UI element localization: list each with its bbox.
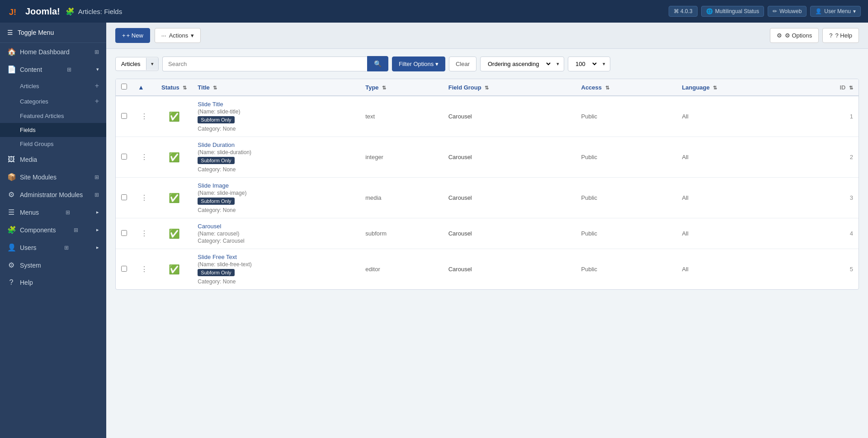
actions-button[interactable]: ··· Actions ▾: [155, 28, 201, 43]
row-access-cell: Public: [576, 96, 677, 137]
grid-icon-site-modules: ⊞: [94, 174, 99, 180]
th-type[interactable]: Type ⇅: [360, 79, 443, 96]
row-field-group-cell: Carousel: [443, 218, 576, 249]
search-input[interactable]: [162, 57, 367, 71]
fg-sort-icon: ⇅: [485, 85, 489, 90]
th-id[interactable]: ID ⇅: [796, 79, 859, 96]
sidebar-item-featured-articles[interactable]: Featured Articles: [0, 109, 106, 123]
sidebar-item-fields[interactable]: Fields: [0, 123, 106, 137]
row-status-cell[interactable]: ✅: [156, 178, 192, 218]
row-checkbox[interactable]: [121, 266, 127, 272]
multilingual-status-btn[interactable]: 🌐 Multilingual Status: [701, 6, 764, 17]
row-type-value: subform: [365, 230, 387, 237]
sidebar-item-field-groups[interactable]: Field Groups: [0, 137, 106, 151]
row-name-meta: (Name: slide-duration): [198, 149, 354, 155]
help-button[interactable]: ? ? Help: [822, 28, 859, 43]
row-id-cell: 4: [796, 218, 859, 249]
row-status-cell[interactable]: ✅: [156, 249, 192, 290]
user-menu-btn[interactable]: 👤 User Menu ▾: [810, 6, 861, 17]
row-checkbox-cell[interactable]: [116, 96, 132, 137]
status-sort-icon: ⇅: [183, 85, 187, 90]
row-status-cell[interactable]: ✅: [156, 137, 192, 178]
row-checkbox[interactable]: [121, 113, 127, 119]
select-all-checkbox[interactable]: [121, 84, 127, 89]
row-type-value: media: [365, 194, 381, 201]
sidebar-item-components[interactable]: 🧩 Components ⊞ ▸: [0, 221, 106, 239]
row-title-link[interactable]: Carousel: [198, 223, 221, 230]
row-checkbox[interactable]: [121, 230, 127, 236]
new-button[interactable]: + + New: [115, 28, 150, 43]
filter-options-button[interactable]: Filter Options ▾: [392, 57, 445, 71]
row-actions-btn[interactable]: ⋮: [138, 110, 151, 122]
sidebar-item-articles[interactable]: Articles +: [0, 78, 106, 94]
sidebar-item-categories[interactable]: Categories +: [0, 94, 106, 109]
context-select[interactable]: Articles: [116, 57, 146, 71]
count-dropdown[interactable]: 100: [568, 57, 598, 71]
th-title[interactable]: Title ⇅: [192, 79, 360, 96]
context-filter[interactable]: Articles ▾: [115, 57, 159, 71]
sidebar-item-menus[interactable]: ☰ Menus ⊞ ▸: [0, 203, 106, 221]
row-field-group-cell: Carousel: [443, 249, 576, 290]
sidebar-item-content[interactable]: 📄 Content ⊞ ▾: [0, 61, 106, 78]
th-language[interactable]: Language ⇅: [676, 79, 796, 96]
row-checkbox-cell[interactable]: [116, 249, 132, 290]
row-actions-btn[interactable]: ⋮: [138, 151, 151, 163]
row-checkbox-cell[interactable]: [116, 137, 132, 178]
subform-badge: Subform Only: [198, 198, 234, 205]
row-order-cell: ⋮: [132, 249, 156, 290]
chevron-down-icon-components: ▸: [96, 227, 99, 233]
th-access[interactable]: Access ⇅: [576, 79, 677, 96]
help-icon-sidebar: ?: [7, 278, 15, 287]
row-type-cell: media: [360, 178, 443, 218]
search-button[interactable]: 🔍: [367, 56, 388, 71]
dots-icon: ···: [161, 32, 166, 39]
row-language-value: All: [682, 113, 688, 120]
row-title-link[interactable]: Slide Free Text: [198, 254, 236, 260]
sidebar-item-media[interactable]: 🖼 Media: [0, 151, 106, 168]
row-title-link[interactable]: Slide Image: [198, 182, 229, 189]
row-status-cell[interactable]: ✅: [156, 96, 192, 137]
row-actions-btn[interactable]: ⋮: [138, 263, 151, 275]
row-checkbox-cell[interactable]: [116, 178, 132, 218]
grid-icon-components: ⊞: [74, 227, 78, 233]
row-checkbox[interactable]: [121, 194, 127, 200]
menu-icon: ☰: [7, 29, 13, 36]
content-icon: 📄: [7, 65, 15, 74]
logo-text: Joomla!: [25, 6, 60, 17]
sidebar-item-site-modules[interactable]: 📦 Site Modules ⊞: [0, 168, 106, 186]
context-dropdown-arrow[interactable]: ▾: [146, 58, 158, 70]
sidebar-item-users[interactable]: 👤 Users ⊞ ▸: [0, 239, 106, 256]
row-checkbox-cell[interactable]: [116, 218, 132, 249]
row-actions-btn[interactable]: ⋮: [138, 192, 151, 204]
ordering-select[interactable]: Ordering ascending ▾: [480, 57, 564, 71]
chevron-down-icon-menus: ▸: [96, 209, 99, 215]
sidebar-item-home-dashboard[interactable]: 🏠 Home Dashboard ⊞: [0, 43, 106, 61]
row-checkbox[interactable]: [121, 154, 127, 160]
sidebar-item-system[interactable]: ⚙ System: [0, 256, 106, 274]
grid-icon-home: ⊞: [94, 49, 99, 55]
th-checkbox: [116, 79, 132, 96]
row-title-link[interactable]: Slide Title: [198, 101, 223, 108]
count-select[interactable]: 100 ▾: [568, 57, 610, 71]
row-status-cell[interactable]: ✅: [156, 218, 192, 249]
ordering-dropdown[interactable]: Ordering ascending: [481, 57, 552, 71]
sidebar-item-help[interactable]: ? Help: [0, 274, 106, 291]
joomla-logo[interactable]: J! Joomla!: [7, 4, 60, 19]
th-field-group[interactable]: Field Group ⇅: [443, 79, 576, 96]
row-title-link[interactable]: Slide Duration: [198, 141, 235, 148]
svg-text:J!: J!: [9, 8, 16, 17]
options-button[interactable]: ⚙ ⚙ Options: [770, 28, 819, 43]
sidebar-item-label: Help: [20, 279, 33, 286]
row-field-group-cell: Carousel: [443, 178, 576, 218]
user-site-btn[interactable]: ✏ Woluweb: [768, 6, 807, 17]
sidebar-item-admin-modules[interactable]: ⚙ Administrator Modules ⊞: [0, 186, 106, 203]
table-row: ⋮ ✅ Slide Title (Name: slide-title) Subf…: [116, 96, 859, 137]
toggle-menu-btn[interactable]: ☰ Toggle Menu: [0, 23, 106, 43]
row-title-cell: Slide Image (Name: slide-image) Subform …: [192, 178, 360, 218]
row-actions-btn[interactable]: ⋮: [138, 227, 151, 240]
clear-button[interactable]: Clear: [449, 57, 476, 71]
table-row: ⋮ ✅ Slide Image (Name: slide-image) Subf…: [116, 178, 859, 218]
id-sort-icon: ⇅: [849, 85, 853, 90]
th-status[interactable]: Status ⇅: [156, 79, 192, 96]
access-sort-icon: ⇅: [605, 85, 609, 90]
